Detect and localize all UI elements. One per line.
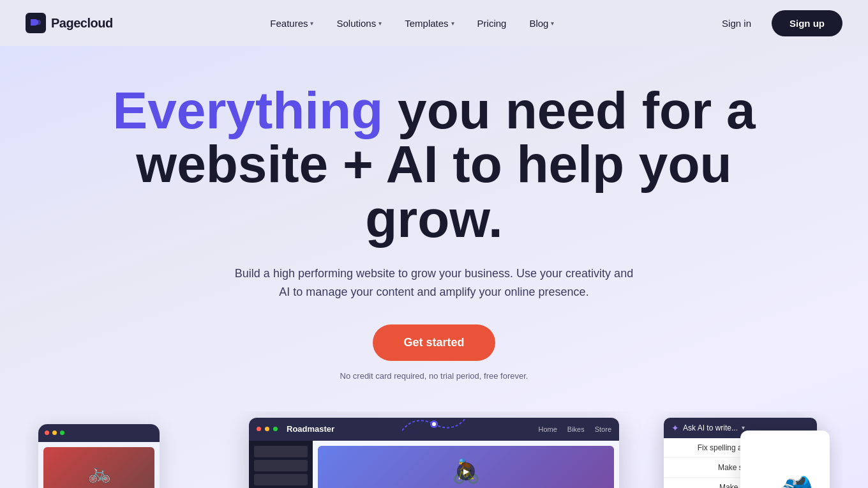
play-button: ▶ [457, 462, 475, 480]
dashboard-nav: Home Bikes Store [538, 425, 611, 433]
card-body: 🚲 [38, 442, 160, 488]
dashboard-nav-home: Home [538, 425, 557, 433]
sidebar-btn [254, 460, 308, 471]
no-credit-text: No credit card required, no trial period… [340, 371, 528, 381]
nav-item-blog[interactable]: Blog ▾ [519, 13, 564, 34]
hero-headline-part2: you need for a [383, 81, 755, 139]
chevron-down-icon: ▾ [378, 20, 382, 27]
nav-item-pricing[interactable]: Pricing [467, 13, 517, 34]
cursor-area [396, 411, 472, 439]
dashboard-main: 🚴 ▶ [313, 441, 619, 488]
dashboard-hero-image: 🚴 ▶ [318, 446, 614, 488]
hero-headline-everything: Everything [113, 81, 384, 139]
sidebar-btn [254, 446, 308, 457]
sign-in-link[interactable]: Sign in [712, 13, 761, 34]
svg-point-7 [432, 422, 436, 426]
dashboard-nav-bikes: Bikes [567, 425, 585, 433]
chevron-down-icon: ▾ [551, 20, 554, 27]
window-dot-red [45, 431, 49, 435]
svg-point-1 [36, 20, 41, 25]
card-header [38, 424, 160, 442]
card-hero-image: 🚲 [43, 447, 154, 488]
hero-headline-line2: website + AI to help you grow. [83, 137, 785, 247]
ai-header-text: Ask AI to write... [683, 423, 738, 432]
sign-up-button[interactable]: Sign up [772, 10, 842, 36]
chevron-down-icon: ▾ [451, 20, 454, 27]
hero-section: Everything you need for a website + AI t… [0, 46, 868, 488]
hero-visuals: 🚲 [26, 411, 842, 488]
dashboard-body: 🚴 ▶ [249, 441, 619, 488]
window-dot-green [273, 427, 278, 431]
window-dot-yellow [52, 431, 57, 435]
navbar: Pagecloud Features ▾ Solutions ▾ Templat… [0, 0, 868, 46]
get-started-button[interactable]: Get started [373, 324, 495, 361]
dashboard-sidebar [249, 441, 313, 488]
sparkle-icon: ✦ [671, 423, 679, 433]
window-dot-yellow [265, 427, 269, 431]
nav-item-templates[interactable]: Templates ▾ [394, 13, 464, 34]
sidebar-btn [254, 474, 308, 485]
dashboard-brand: Roadmaster [287, 424, 334, 434]
shoe-image: 👟 [751, 454, 820, 488]
nav-item-solutions[interactable]: Solutions ▾ [326, 13, 392, 34]
logo-icon [26, 13, 46, 33]
logo-text: Pagecloud [51, 16, 113, 31]
nav-right: Sign in Sign up [712, 10, 842, 36]
nav-item-features[interactable]: Features ▾ [260, 13, 324, 34]
window-dot-green [60, 431, 64, 435]
product-card: 👟 [740, 431, 830, 488]
nav-center: Features ▾ Solutions ▾ Templates ▾ Prici… [260, 13, 564, 34]
window-dot-red [257, 427, 261, 431]
chevron-down-icon: ▾ [742, 424, 745, 431]
dashboard-nav-store: Store [595, 425, 611, 433]
chevron-down-icon: ▾ [310, 20, 313, 27]
hero-headline: Everything you need for a website + AI t… [83, 84, 785, 247]
hero-subtext: Build a high performing website to grow … [230, 264, 638, 301]
logo[interactable]: Pagecloud [26, 13, 113, 33]
website-mockup-card: 🚲 [38, 424, 160, 488]
wave-svg [396, 411, 472, 437]
